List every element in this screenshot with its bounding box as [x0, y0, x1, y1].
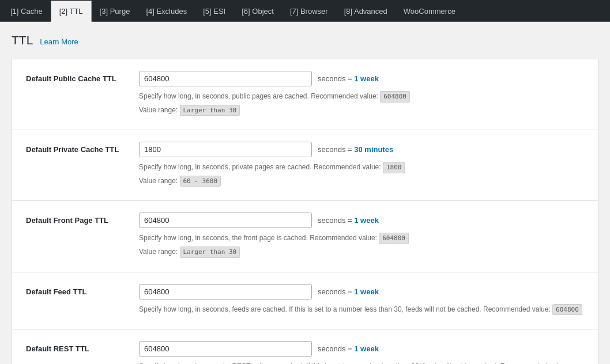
value-range: Value range: Larger than 30: [139, 105, 584, 116]
tab-esi[interactable]: [5] ESI: [195, 1, 234, 22]
ttl-input-default-rest-ttl[interactable]: [139, 341, 312, 357]
page-header: TTL Learn More: [12, 33, 598, 47]
tab-object[interactable]: [6] Object: [234, 1, 282, 22]
setting-row: Default Feed TTL seconds = 1 week Specif…: [26, 284, 584, 318]
ttl-input-default-feed-ttl[interactable]: [139, 284, 312, 299]
tab-woocommerce[interactable]: WooCommerce: [396, 1, 464, 22]
recommended-value: 604800: [379, 233, 409, 244]
tab-excludes[interactable]: [4] Excludes: [138, 1, 195, 22]
tab-purge[interactable]: [3] Purge: [92, 1, 138, 22]
input-row: seconds = 1 week: [139, 213, 584, 228]
description-text: Specify how long, in seconds, the front …: [139, 233, 584, 244]
setting-row: Default Private Cache TTL seconds = 30 m…: [26, 142, 584, 189]
tab-ttl[interactable]: [2] TTL: [51, 1, 92, 22]
setting-row: Default Public Cache TTL seconds = 1 wee…: [26, 71, 584, 118]
setting-label: Default Private Cache TTL: [26, 142, 130, 154]
value-range: Value range: Larger than 30: [139, 247, 584, 258]
range-value: Larger than 30: [180, 105, 240, 116]
tab-advanced[interactable]: [8] Advanced: [336, 1, 396, 22]
setting-default-rest-ttl: Default REST TTL seconds = 1 week Specif…: [12, 329, 598, 364]
tabs-navigation: [1] Cache[2] TTL[3] Purge[4] Excludes[5]…: [0, 0, 610, 22]
setting-label: Default Feed TTL: [26, 284, 130, 296]
setting-default-front-page-ttl: Default Front Page TTL seconds = 1 week …: [12, 200, 598, 271]
ttl-input-default-public-cache-ttl[interactable]: [139, 71, 312, 86]
seconds-label: seconds = 1 week: [318, 344, 379, 353]
time-label: 1 week: [354, 344, 379, 353]
setting-label: Default Front Page TTL: [26, 213, 130, 225]
description-text: Specify how long, in seconds, feeds are …: [139, 304, 584, 316]
ttl-input-default-private-cache-ttl[interactable]: [139, 142, 312, 157]
ttl-input-default-front-page-ttl[interactable]: [139, 213, 312, 228]
tab-cache[interactable]: [1] Cache: [2, 1, 51, 22]
setting-default-private-cache-ttl: Default Private Cache TTL seconds = 30 m…: [12, 130, 598, 200]
setting-control: seconds = 1 week Specify how long, in se…: [139, 71, 584, 118]
recommended-value: 1800: [383, 162, 405, 173]
description-text: Specify how long, in seconds, private pa…: [139, 162, 584, 173]
time-label: 1 week: [354, 74, 379, 83]
tab-browser[interactable]: [7] Browser: [282, 1, 336, 22]
seconds-label: seconds = 30 minutes: [318, 145, 393, 154]
range-value: Larger than 30: [180, 247, 240, 258]
setting-label: Default REST TTL: [26, 341, 130, 353]
time-label: 1 week: [354, 216, 379, 225]
seconds-label: seconds = 1 week: [318, 287, 379, 296]
recommended-value: 604800: [380, 91, 410, 103]
recommended-value: 604800: [552, 304, 582, 316]
time-label: 1 week: [354, 287, 379, 296]
learn-more-link[interactable]: Learn More: [40, 37, 78, 46]
range-value: 60 - 3600: [180, 176, 221, 187]
input-row: seconds = 1 week: [139, 284, 584, 299]
input-row: seconds = 30 minutes: [139, 142, 584, 157]
setting-control: seconds = 1 week Specify how long, in se…: [139, 284, 584, 318]
setting-row: Default REST TTL seconds = 1 week Specif…: [26, 341, 584, 364]
description-text: Specify how long, in seconds, public pag…: [139, 91, 584, 103]
seconds-label: seconds = 1 week: [318, 74, 379, 83]
setting-default-feed-ttl: Default Feed TTL seconds = 1 week Specif…: [12, 272, 598, 329]
input-row: seconds = 1 week: [139, 341, 584, 357]
seconds-label: seconds = 1 week: [318, 216, 379, 225]
setting-row: Default Front Page TTL seconds = 1 week …: [26, 213, 584, 260]
page-title: TTL: [12, 33, 33, 47]
setting-label: Default Public Cache TTL: [26, 71, 130, 83]
setting-control: seconds = 30 minutes Specify how long, i…: [139, 142, 584, 189]
page-content: TTL Learn More Default Public Cache TTL …: [0, 22, 610, 364]
setting-control: seconds = 1 week Specify how long, in se…: [139, 341, 584, 364]
input-row: seconds = 1 week: [139, 71, 584, 86]
setting-control: seconds = 1 week Specify how long, in se…: [139, 213, 584, 260]
value-range: Value range: 60 - 3600: [139, 176, 584, 187]
setting-default-public-cache-ttl: Default Public Cache TTL seconds = 1 wee…: [12, 59, 598, 130]
description-text: Specify how long, in seconds, REST calls…: [139, 361, 584, 364]
settings-container: Default Public Cache TTL seconds = 1 wee…: [12, 59, 598, 364]
time-label: 30 minutes: [354, 145, 393, 154]
